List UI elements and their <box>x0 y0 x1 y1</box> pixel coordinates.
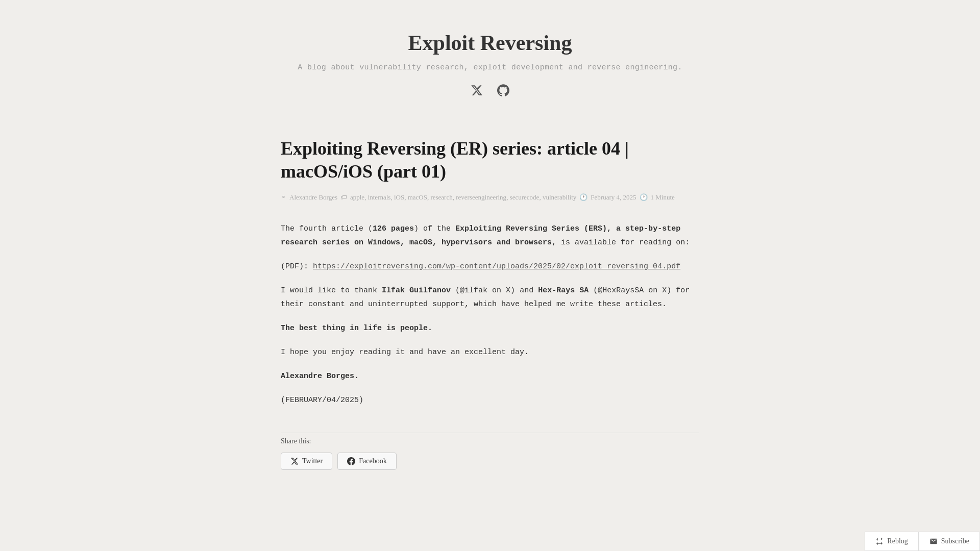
subscribe-button[interactable]: Subscribe <box>919 532 980 551</box>
para4-text: The best thing in life is people. <box>281 324 432 333</box>
subscribe-label: Subscribe <box>941 537 969 545</box>
twitter-icon <box>471 84 483 96</box>
para5-text: I hope you enjoy reading it and have an … <box>281 348 529 357</box>
github-icon <box>497 84 509 96</box>
para1-middle: ) of the <box>414 224 455 233</box>
para3-ilfak: Ilfak Guilfanov <box>382 286 451 295</box>
content-para3: I would like to thank Ilfak Guilfanov (@… <box>281 284 699 311</box>
share-divider <box>281 433 699 433</box>
tag-icon: 🏷 <box>340 193 347 202</box>
para6-text: Alexandre Borges. <box>281 372 359 381</box>
site-header: Exploit Reversing A blog about vulnerabi… <box>281 31 699 96</box>
reblog-label: Reblog <box>887 537 908 545</box>
clock-icon: 🕐 <box>579 193 587 202</box>
subscribe-icon <box>929 537 938 545</box>
share-facebook-button[interactable]: Facebook <box>337 453 396 470</box>
tag-research[interactable]: research <box>430 193 452 201</box>
github-social-link[interactable] <box>497 84 509 96</box>
para1-suffix: , is available for reading on: <box>552 238 690 247</box>
post-tags: apple, internals, iOS, macOS, research, … <box>350 193 576 202</box>
para2-text: (PDF): https://exploitreversing.com/wp-c… <box>281 262 680 271</box>
share-facebook-label: Facebook <box>359 457 386 465</box>
content-para1: The fourth article (126 pages) of the Ex… <box>281 222 699 249</box>
para3-middle: and <box>515 286 538 295</box>
content-para6: Alexandre Borges. <box>281 369 699 383</box>
share-section: Share this: Twitter Facebook <box>281 433 699 470</box>
tag-ios[interactable]: iOS <box>394 193 404 201</box>
bottom-bar: Reblog Subscribe <box>865 532 980 551</box>
para3-hexrays-handle: (@HexRaysSA on X) <box>593 286 671 295</box>
social-icons <box>281 84 699 96</box>
para3-ilfak-handle: (@ilfak on X) <box>455 286 515 295</box>
content-para5: I hope you enjoy reading it and have an … <box>281 345 699 359</box>
reblog-button[interactable]: Reblog <box>865 532 918 551</box>
post-date: February 4, 2025 <box>591 193 636 202</box>
tag-reverseengineering[interactable]: reverseengineering <box>456 193 506 201</box>
site-description: A blog about vulnerability research, exp… <box>281 63 699 72</box>
content-para7: (FEBRUARY/04/2025) <box>281 393 699 407</box>
post-title: Exploiting Reversing (ER) series: articl… <box>281 137 699 183</box>
tag-internals[interactable]: internals <box>368 193 391 201</box>
facebook-share-icon <box>347 457 355 465</box>
para3-prefix: I would like to thank <box>281 286 382 295</box>
tag-securecode[interactable]: securecode <box>510 193 540 201</box>
twitter-social-link[interactable] <box>471 84 483 96</box>
tag-apple[interactable]: apple <box>350 193 364 201</box>
post-author: Alexandre Borges <box>289 193 337 202</box>
post-meta: ⚬ Alexandre Borges 🏷 apple, internals, i… <box>281 193 699 202</box>
pdf-link[interactable]: https://exploitreversing.com/wp-content/… <box>313 262 680 271</box>
tag-vulnerability[interactable]: vulnerability <box>543 193 576 201</box>
site-title: Exploit Reversing <box>281 31 699 55</box>
post-read-time: 1 Minute <box>651 193 675 202</box>
content-para2: (PDF): https://exploitreversing.com/wp-c… <box>281 260 699 273</box>
time-icon: 🕐 <box>640 193 648 202</box>
post-content: The fourth article (126 pages) of the Ex… <box>281 222 699 407</box>
reblog-icon <box>875 537 884 545</box>
share-twitter-button[interactable]: Twitter <box>281 453 332 470</box>
content-para4: The best thing in life is people. <box>281 321 699 335</box>
para1-pages: 126 pages <box>373 224 414 233</box>
share-label: Share this: <box>281 437 699 445</box>
share-buttons: Twitter Facebook <box>281 453 699 470</box>
twitter-share-icon <box>290 457 299 465</box>
para7-text: (FEBRUARY/04/2025) <box>281 396 363 405</box>
author-icon: ⚬ <box>281 193 286 202</box>
post-article: Exploiting Reversing (ER) series: articl… <box>281 137 699 470</box>
para1-prefix: The fourth article ( <box>281 224 373 233</box>
tag-macos[interactable]: macOS <box>408 193 427 201</box>
para3-hexrays: Hex-Rays SA <box>538 286 589 295</box>
share-twitter-label: Twitter <box>302 457 323 465</box>
